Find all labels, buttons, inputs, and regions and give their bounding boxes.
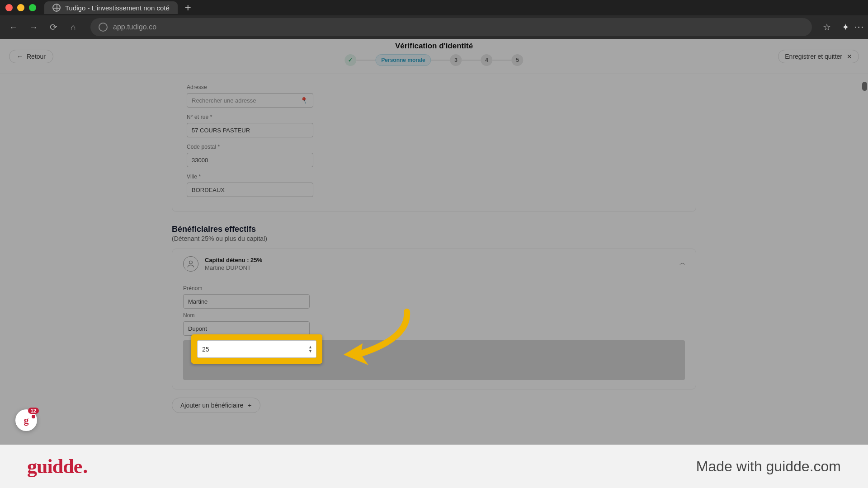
forward-button[interactable]: → xyxy=(27,21,40,33)
firstname-value: Martine xyxy=(188,298,208,305)
browser-menu-icon[interactable]: ⋮ xyxy=(857,22,861,32)
beneficiary-card: Capital détenu : 25% Martine DUPONT ︿ Pr… xyxy=(172,249,696,389)
step-1-done: ✓ xyxy=(344,54,356,66)
address-card: Adresse Rechercher une adresse 📍 N° et r… xyxy=(172,74,696,212)
guidde-footer: guidde. Made with guidde.com xyxy=(0,445,868,488)
percent-input[interactable]: 25 ▲▼ xyxy=(197,340,316,358)
capital-held: Capital détenu : 25% xyxy=(205,257,262,263)
guidde-badge[interactable]: g 12 xyxy=(15,409,37,431)
address-search-input[interactable]: Rechercher une adresse 📍 xyxy=(187,93,313,108)
guidde-count-badge: 12 xyxy=(28,408,39,414)
minimize-icon[interactable] xyxy=(17,4,24,11)
new-tab-button[interactable]: + xyxy=(185,1,191,14)
pin-icon: 📍 xyxy=(300,96,309,105)
close-icon[interactable] xyxy=(5,4,13,11)
postal-input[interactable]: 33000 xyxy=(187,153,313,167)
guidde-dot-icon xyxy=(32,415,35,418)
address-bar[interactable]: app.tudigo.co xyxy=(90,18,812,36)
lastname-value: Dupont xyxy=(188,325,207,332)
step-2-label: Personne morale xyxy=(375,54,431,66)
reload-button[interactable]: ⟳ xyxy=(47,21,60,33)
firstname-input[interactable]: Martine xyxy=(183,294,310,309)
globe-icon xyxy=(52,4,61,12)
text-caret xyxy=(210,346,210,353)
save-quit-label: Enregistrer et quitter xyxy=(785,53,842,60)
step-3: 3 xyxy=(450,54,462,66)
label-prenom: Prénom xyxy=(183,285,685,291)
address-placeholder: Rechercher une adresse xyxy=(192,97,256,104)
close-icon: ✕ xyxy=(847,53,852,60)
browser-tab[interactable]: Tudigo - L'investissement non coté xyxy=(44,1,178,14)
person-icon xyxy=(183,256,198,272)
step-4: 4 xyxy=(481,54,493,66)
window-controls[interactable] xyxy=(5,4,36,11)
beneficiaries-subtitle: (Détenant 25% ou plus du capital) xyxy=(172,235,696,242)
tab-title: Tudigo - L'investissement non coté xyxy=(65,4,170,12)
label-adresse: Adresse xyxy=(187,84,681,90)
guidde-g-icon: g xyxy=(24,414,29,426)
bookmark-icon[interactable]: ☆ xyxy=(823,22,831,33)
postal-value: 33000 xyxy=(192,157,208,164)
beneficiaries-title: Bénéficiaires effectifs xyxy=(172,225,696,234)
label-nom: Nom xyxy=(183,312,685,319)
label-cp: Code postal * xyxy=(187,144,681,150)
back-link[interactable]: ← Retour xyxy=(9,50,53,63)
site-info-icon[interactable] xyxy=(99,23,108,32)
number-stepper-icon[interactable]: ▲▼ xyxy=(308,345,312,352)
progress-stepper: ✓ Personne morale 3 4 5 xyxy=(344,54,523,66)
extensions-icon[interactable]: ✦ xyxy=(842,22,849,33)
lastname-input[interactable]: Dupont xyxy=(183,321,310,336)
label-rue: N° et rue * xyxy=(187,114,681,120)
home-button[interactable]: ⌂ xyxy=(67,21,80,33)
url-text: app.tudigo.co xyxy=(113,23,156,31)
street-value: 57 COURS PASTEUR xyxy=(192,127,250,134)
highlight-annotation: 25 ▲▼ xyxy=(191,334,322,364)
street-input[interactable]: 57 COURS PASTEUR xyxy=(187,123,313,137)
label-ville: Ville * xyxy=(187,174,681,180)
back-label: Retour xyxy=(27,53,46,60)
add-beneficiary-button[interactable]: Ajouter un bénéficiaire + xyxy=(172,398,260,413)
add-beneficiary-label: Ajouter un bénéficiaire xyxy=(180,402,243,409)
made-with-text: Made with guidde.com xyxy=(696,458,841,475)
guidde-logo-text: guidde xyxy=(27,455,82,478)
step-5: 5 xyxy=(512,54,524,66)
save-and-quit-button[interactable]: Enregistrer et quitter ✕ xyxy=(778,50,859,63)
svg-point-0 xyxy=(189,261,193,264)
page-title: Vérification d'identité xyxy=(344,42,523,51)
city-value: BORDEAUX xyxy=(192,187,225,193)
city-input[interactable]: BORDEAUX xyxy=(187,183,313,197)
arrow-annotation xyxy=(335,307,425,371)
beneficiary-header[interactable]: Capital détenu : 25% Martine DUPONT ︿ xyxy=(172,249,696,279)
maximize-icon[interactable] xyxy=(29,4,36,11)
scrollbar-thumb[interactable] xyxy=(862,82,867,91)
guidde-logo: guidde. xyxy=(27,455,87,478)
beneficiary-name: Martine DUPONT xyxy=(205,264,262,271)
plus-icon: + xyxy=(248,402,251,409)
back-button[interactable]: ← xyxy=(7,21,20,33)
percent-value: 25 xyxy=(202,346,209,353)
chevron-up-icon[interactable]: ︿ xyxy=(679,259,686,267)
arrow-left-icon: ← xyxy=(17,53,23,60)
